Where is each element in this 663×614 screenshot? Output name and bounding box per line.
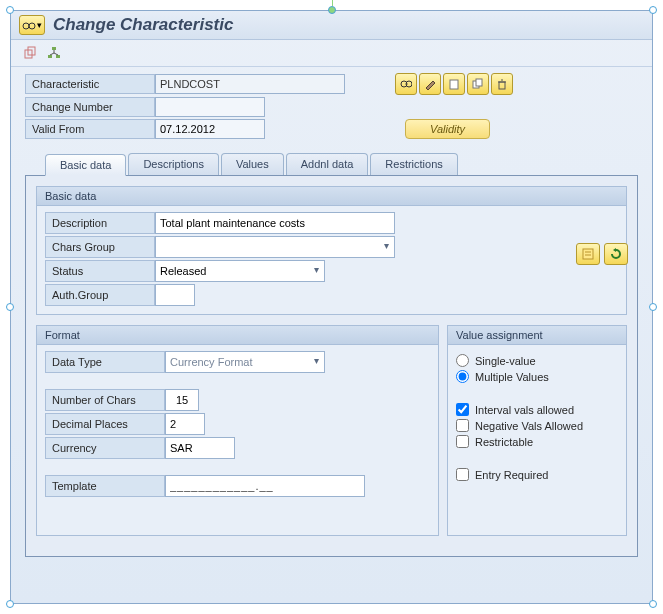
svg-rect-5 <box>48 55 52 58</box>
selection-handle[interactable] <box>649 6 657 14</box>
tab-restrictions[interactable]: Restrictions <box>370 153 457 175</box>
status-label: Status <box>45 260 155 282</box>
glasses-icon <box>22 19 36 31</box>
delete-icon[interactable] <box>491 73 513 95</box>
basic-data-group: Basic data Description Chars Group Statu… <box>36 186 627 315</box>
rotate-handle[interactable] <box>328 6 336 14</box>
restrictable-label: Restrictable <box>475 436 533 448</box>
entry-required-check-row[interactable]: Entry Required <box>456 468 618 481</box>
secondary-toolbar <box>11 40 652 67</box>
tab-basic-data[interactable]: Basic data <box>45 154 126 176</box>
value-assignment-title: Value assignment <box>448 326 626 345</box>
svg-rect-13 <box>583 249 593 259</box>
change-number-label: Change Number <box>25 97 155 117</box>
num-chars-label: Number of Chars <box>45 389 165 411</box>
selection-handle[interactable] <box>649 600 657 608</box>
sap-window: ▾ Change Characteristic Characteristic C… <box>10 10 653 604</box>
header-fields: Characteristic Change Number Valid From … <box>25 73 638 139</box>
svg-rect-4 <box>52 47 56 50</box>
tab-values[interactable]: Values <box>221 153 284 175</box>
tab-strip: Basic data Descriptions Values Addnl dat… <box>25 153 638 176</box>
chars-group-select[interactable] <box>155 236 395 258</box>
single-value-radio-row[interactable]: Single-value <box>456 354 618 367</box>
multiple-values-radio[interactable] <box>456 370 469 383</box>
selection-handle[interactable] <box>6 600 14 608</box>
structure-icon[interactable] <box>45 44 63 62</box>
restrictable-check-row[interactable]: Restrictable <box>456 435 618 448</box>
dropdown-caret-icon: ▾ <box>37 20 42 30</box>
characteristic-label: Characteristic <box>25 74 155 94</box>
svg-point-1 <box>29 23 35 29</box>
characteristic-input[interactable] <box>155 74 345 94</box>
valid-from-label: Valid From <box>25 119 155 139</box>
svg-point-0 <box>23 23 29 29</box>
note-icon[interactable] <box>576 243 600 265</box>
interval-label: Interval vals allowed <box>475 404 574 416</box>
template-input[interactable] <box>165 475 365 497</box>
decimal-places-input[interactable] <box>165 413 205 435</box>
single-value-label: Single-value <box>475 355 536 367</box>
description-input[interactable] <box>155 212 395 234</box>
basic-data-group-title: Basic data <box>37 187 626 206</box>
side-action-icons <box>576 243 628 265</box>
multiple-values-label: Multiple Values <box>475 371 549 383</box>
selection-handle[interactable] <box>6 303 14 311</box>
format-group-title: Format <box>37 326 438 345</box>
display-icon[interactable] <box>395 73 417 95</box>
format-group: Format Data Type Number of Chars Decima <box>36 325 439 536</box>
svg-rect-12 <box>499 82 505 89</box>
num-chars-input[interactable] <box>165 389 199 411</box>
status-select[interactable] <box>155 260 325 282</box>
tab-addnl-data[interactable]: Addnl data <box>286 153 369 175</box>
create-icon[interactable] <box>443 73 465 95</box>
currency-input[interactable] <box>165 437 235 459</box>
restrictable-checkbox[interactable] <box>456 435 469 448</box>
svg-rect-6 <box>56 55 60 58</box>
title-bar: ▾ Change Characteristic <box>11 11 652 40</box>
value-assignment-group: Value assignment Single-value Multiple V… <box>447 325 627 536</box>
lower-groups: Format Data Type Number of Chars Decima <box>36 325 627 546</box>
template-label: Template <box>45 475 165 497</box>
selection-handle[interactable] <box>649 303 657 311</box>
main-content: Characteristic Change Number Valid From … <box>11 67 652 563</box>
svg-rect-9 <box>450 80 458 89</box>
header-icon-strip <box>395 73 638 95</box>
entry-required-checkbox[interactable] <box>456 468 469 481</box>
validity-button[interactable]: Validity <box>405 119 490 139</box>
negative-label: Negative Vals Allowed <box>475 420 583 432</box>
auth-group-input[interactable] <box>155 284 195 306</box>
multiple-values-radio-row[interactable]: Multiple Values <box>456 370 618 383</box>
auth-group-label: Auth.Group <box>45 284 155 306</box>
edit-icon[interactable] <box>419 73 441 95</box>
negative-check-row[interactable]: Negative Vals Allowed <box>456 419 618 432</box>
change-number-input[interactable] <box>155 97 265 117</box>
valid-from-input[interactable] <box>155 119 265 139</box>
chars-group-label: Chars Group <box>45 236 155 258</box>
single-value-radio[interactable] <box>456 354 469 367</box>
copy-from-icon[interactable] <box>21 44 39 62</box>
tab-descriptions[interactable]: Descriptions <box>128 153 219 175</box>
rotate-line <box>332 0 333 6</box>
display-change-toggle-button[interactable]: ▾ <box>19 15 45 35</box>
tab-panel-basic: Basic data Description Chars Group Statu… <box>25 176 638 557</box>
decimal-places-label: Decimal Places <box>45 413 165 435</box>
interval-check-row[interactable]: Interval vals allowed <box>456 403 618 416</box>
selection-handle[interactable] <box>6 6 14 14</box>
interval-checkbox[interactable] <box>456 403 469 416</box>
data-type-label: Data Type <box>45 351 165 373</box>
page-title: Change Characteristic <box>53 15 233 35</box>
data-type-select[interactable] <box>165 351 325 373</box>
negative-checkbox[interactable] <box>456 419 469 432</box>
svg-rect-11 <box>476 79 482 86</box>
currency-label: Currency <box>45 437 165 459</box>
description-label: Description <box>45 212 155 234</box>
refresh-icon[interactable] <box>604 243 628 265</box>
copy-icon[interactable] <box>467 73 489 95</box>
entry-required-label: Entry Required <box>475 469 548 481</box>
